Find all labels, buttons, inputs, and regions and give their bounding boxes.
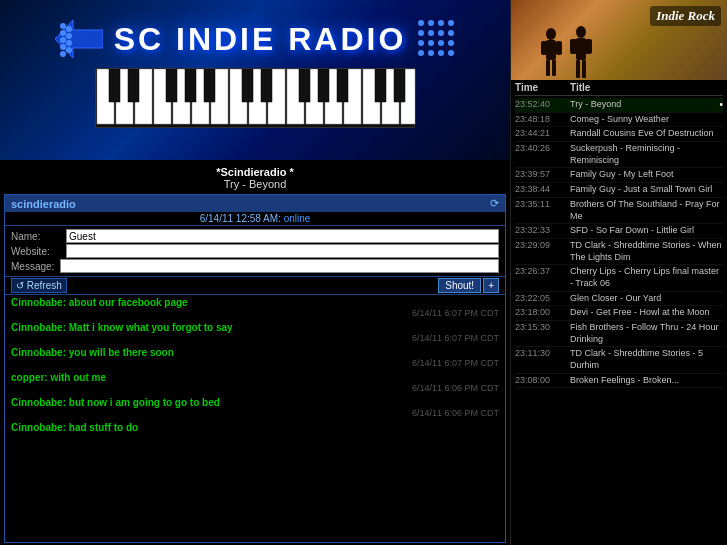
playlist-row[interactable]: 23:38:44Family Guy - Just a Small Town G… [515, 183, 723, 198]
chat-message-time: 6/14/11 6:06 PM CDT [11, 408, 499, 418]
svg-point-2 [60, 30, 66, 36]
svg-rect-58 [556, 41, 562, 55]
playlist-title: Fish Brothers - Follow Thru - 24 Hour Dr… [570, 322, 723, 345]
svg-point-14 [418, 30, 424, 36]
playlist-title: Family Guy - Just a Small Town Girl [570, 184, 723, 196]
svg-point-6 [66, 26, 72, 32]
svg-rect-66 [582, 60, 586, 78]
playlist-rows: 23:52:40Try - Beyond•23:48:18Comeg - Sun… [515, 98, 723, 388]
playlist-time: 23:15:30 [515, 322, 570, 332]
playlist-row[interactable]: 23:44:21Randall Cousins Eve Of Destructi… [515, 127, 723, 142]
playlist-time: 23:38:44 [515, 184, 570, 194]
chat-message-time: 6/14/11 6:07 PM CDT [11, 308, 499, 318]
header-arrow-decoration [54, 19, 104, 59]
right-panel: Indie Rock Time Title 23:52:40Try - Beyo… [510, 0, 727, 545]
playlist-row[interactable]: 23:15:30Fish Brothers - Follow Thru - 24… [515, 321, 723, 347]
svg-rect-49 [261, 69, 272, 102]
chat-message-text: Cinnobabe: had stuff to do [11, 422, 499, 433]
chat-bottom-bar: ↺ Refresh Shout! + [5, 277, 505, 295]
playlist-title: SFD - So Far Down - Littlie Girl [570, 225, 723, 237]
playlist[interactable]: Time Title 23:52:40Try - Beyond•23:48:18… [511, 80, 727, 545]
band-silhouette [531, 20, 611, 80]
chat-message: Cinnobabe: but now i am going to go to b… [11, 397, 499, 418]
chat-refresh-icon[interactable]: ⟳ [490, 197, 499, 210]
svg-rect-51 [318, 69, 329, 102]
playlist-time: 23:35:11 [515, 199, 570, 209]
playlist-row[interactable]: 23:08:00Broken Feelings - Broken... [515, 374, 723, 389]
playlist-title: Devi - Get Free - Howl at the Moon [570, 307, 723, 319]
chat-message-text: Cinnobabe: you will be there soon [11, 347, 499, 358]
plus-button[interactable]: + [483, 278, 499, 293]
chat-message-text: Cinnobabe: Matt i know what you forgot t… [11, 322, 499, 333]
playlist-time: 23:32:33 [515, 225, 570, 235]
shout-button[interactable]: Shout! [438, 278, 481, 293]
playlist-header: Time Title [515, 82, 723, 96]
chat-message-time: 6/14/11 6:07 PM CDT [11, 358, 499, 368]
playlist-time: 23:26:37 [515, 266, 570, 276]
playlist-title: Suckerpush - Reminiscing - Reminiscing [570, 143, 723, 166]
svg-rect-59 [546, 60, 550, 76]
playlist-time: 23:11:30 [515, 348, 570, 358]
playlist-title: Broken Feelings - Broken... [570, 375, 723, 387]
playlist-row[interactable]: 23:22:05Glen Closer - Our Yard [515, 292, 723, 307]
svg-rect-53 [375, 69, 386, 102]
chat-online-link[interactable]: online [284, 213, 311, 224]
playlist-row[interactable]: 23:18:00Devi - Get Free - Howl at the Mo… [515, 306, 723, 321]
svg-point-21 [448, 40, 454, 46]
svg-rect-65 [576, 60, 580, 78]
svg-point-61 [576, 26, 586, 38]
playlist-row[interactable]: 23:52:40Try - Beyond• [515, 98, 723, 113]
playlist-row[interactable]: 23:39:57Family Guy - My Left Foot [515, 168, 723, 183]
indie-rock-banner: Indie Rock [511, 0, 727, 80]
svg-point-7 [66, 33, 72, 39]
svg-point-25 [448, 50, 454, 56]
playlist-title: Randall Cousins Eve Of Destruction [570, 128, 723, 140]
svg-point-16 [438, 30, 444, 36]
playlist-time: 23:18:00 [515, 307, 570, 317]
svg-point-18 [418, 40, 424, 46]
chat-status-bar: 6/14/11 12:58 AM: online [5, 212, 505, 226]
svg-point-19 [428, 40, 434, 46]
svg-rect-60 [552, 60, 556, 76]
svg-point-5 [60, 51, 66, 57]
message-label: Message: [11, 261, 60, 272]
svg-rect-45 [166, 69, 177, 102]
playlist-row[interactable]: 23:40:26Suckerpush - Reminiscing - Remin… [515, 142, 723, 168]
playlist-title: Comeg - Sunny Weather [570, 114, 723, 126]
chat-message: Cinnobabe: Matt i know what you forgot t… [11, 322, 499, 343]
svg-point-55 [546, 28, 556, 40]
indie-rock-label: Indie Rock [650, 6, 721, 26]
playlist-row[interactable]: 23:48:18Comeg - Sunny Weather [515, 113, 723, 128]
svg-point-20 [438, 40, 444, 46]
message-field-row: Message: [11, 259, 499, 273]
svg-rect-54 [394, 69, 405, 102]
svg-point-12 [438, 20, 444, 26]
playlist-time: 23:44:21 [515, 128, 570, 138]
svg-point-23 [428, 50, 434, 56]
chat-messages[interactable]: Cinnobabe: about our facebook page6/14/1… [5, 295, 505, 542]
svg-rect-47 [204, 69, 215, 102]
playlist-time: 23:39:57 [515, 169, 570, 179]
website-input[interactable] [66, 244, 499, 258]
playlist-time: 23:52:40 [515, 99, 570, 109]
playlist-row[interactable]: 23:29:09TD Clark - Shreddtime Stories - … [515, 239, 723, 265]
chat-title: scindieradio [11, 198, 76, 210]
message-input[interactable] [60, 259, 499, 273]
site-title: SC INDIE RADIO [114, 21, 407, 58]
name-input[interactable] [66, 229, 499, 243]
svg-rect-44 [128, 69, 139, 102]
playlist-title: Brothers Of The Southland - Pray For Me [570, 199, 723, 222]
playlist-row[interactable]: 23:32:33SFD - So Far Down - Littlie Girl [515, 224, 723, 239]
svg-rect-43 [109, 69, 120, 102]
refresh-button[interactable]: ↺ Refresh [11, 278, 67, 293]
header-title-row: SC INDIE RADIO [0, 0, 510, 60]
svg-rect-52 [337, 69, 348, 102]
playlist-row[interactable]: 23:11:30TD Clark - Shreddtime Stories - … [515, 347, 723, 373]
playlist-row[interactable]: 23:26:37Cherry Lips - Cherry Lips final … [515, 265, 723, 291]
playlist-row[interactable]: 23:35:11Brothers Of The Southland - Pray… [515, 198, 723, 224]
svg-point-13 [448, 20, 454, 26]
chat-message: Cinnobabe: had stuff to do [11, 422, 499, 433]
title-column-header: Title [570, 82, 723, 93]
header-banner: SC INDIE RADIO [0, 0, 510, 160]
station-name: *Scindieradio * [0, 166, 510, 178]
